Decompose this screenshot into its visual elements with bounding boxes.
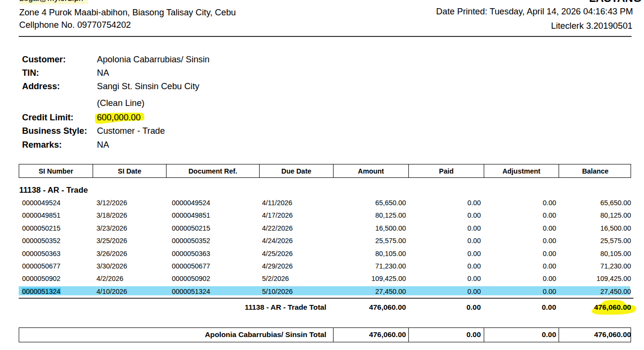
cell: 27,450.00 xyxy=(375,287,406,296)
cell: 3/26/2026 xyxy=(96,249,127,258)
grand-total-value: 0.00 xyxy=(466,330,481,339)
column-header-paid: Paid xyxy=(408,164,484,177)
table-row[interactable]: 00000513244/10/202600000513245/10/202627… xyxy=(0,287,644,296)
grand-total-value: 476,060.00 xyxy=(369,330,406,339)
cell: 71,230.00 xyxy=(600,261,631,271)
cell: 3/23/2026 xyxy=(96,223,127,233)
cell: 4/24/2026 xyxy=(262,236,293,245)
cell: 16,500.00 xyxy=(600,223,631,233)
cell: 0000050677 xyxy=(22,261,60,271)
table-row[interactable]: 00000498513/18/202600000498514/17/202680… xyxy=(0,210,644,220)
cell: 0.00 xyxy=(543,236,556,245)
info-value: NA xyxy=(97,140,109,150)
cell: 109,425.00 xyxy=(371,274,406,283)
cell: 0.00 xyxy=(467,274,481,283)
group-total-value: 476,060.00 xyxy=(594,303,631,312)
cell: 0.00 xyxy=(543,210,556,220)
cell: 27,450.00 xyxy=(600,287,631,296)
cell: 0.00 xyxy=(543,223,556,233)
info-label: Business Style: xyxy=(22,126,87,136)
info-value: 600,000.00 xyxy=(97,113,141,122)
column-header-due-date: Due Date xyxy=(259,164,333,177)
cell: 4/17/2026 xyxy=(262,210,293,220)
column-header-balance: Balance xyxy=(559,164,632,177)
grand-total-value: 0.00 xyxy=(542,330,556,339)
software-version: Liteclerk 3.20190501 xyxy=(551,21,632,31)
group-total-label: 11138 - AR - Trade Total xyxy=(245,303,326,312)
company-cellphone: Cellphone No. 09770754202 xyxy=(19,20,131,30)
cell: 0000049524 xyxy=(172,198,210,208)
cell: 71,230.00 xyxy=(375,261,406,271)
cell: 4/22/2026 xyxy=(262,223,293,233)
column-header-amount: Amount xyxy=(333,164,408,177)
cell: 0000049524 xyxy=(22,198,60,208)
table-row[interactable]: 00000506773/30/202600000506774/29/202671… xyxy=(0,261,644,271)
cell: 16,500.00 xyxy=(375,223,406,233)
cell: 0000050902 xyxy=(22,274,60,283)
info-value: Customer - Trade xyxy=(97,126,165,136)
cell: 4/10/2026 xyxy=(96,287,127,296)
cell: 0.00 xyxy=(467,223,481,233)
cell: 4/29/2026 xyxy=(262,261,293,271)
info-value: NA xyxy=(97,68,109,78)
table-header-row: SI NumberSI DateDocument Ref.Due DateAmo… xyxy=(19,164,631,178)
cell: 3/30/2026 xyxy=(96,261,127,271)
cell: 0.00 xyxy=(467,261,481,271)
table-row[interactable]: 00000495243/12/202600000495244/11/202665… xyxy=(0,198,644,208)
cell: 0.00 xyxy=(543,274,556,283)
cell: 80,105.00 xyxy=(375,249,406,258)
group-total-value: 476,060.00 xyxy=(369,303,406,312)
group-total-value: 0.00 xyxy=(466,303,481,312)
column-header-document-ref-: Document Ref. xyxy=(166,164,259,177)
cell: 0000049851 xyxy=(22,210,60,220)
printed-by-user: LASTANG xyxy=(589,0,642,4)
table-row[interactable]: 00000503523/25/202600000503524/24/202625… xyxy=(0,236,644,245)
info-label: TIN: xyxy=(22,68,39,78)
info-label: Address: xyxy=(22,82,60,91)
cell: 0000051324 xyxy=(172,287,210,296)
company-email: Legal@mylord.ph xyxy=(19,0,83,3)
cell: 80,125.00 xyxy=(375,210,406,220)
cell: 0000050352 xyxy=(172,236,210,245)
info-label: Customer: xyxy=(22,55,66,64)
group-total-value: 0.00 xyxy=(542,303,556,312)
cell: 5/10/2026 xyxy=(262,287,293,296)
cell: 80,125.00 xyxy=(600,210,631,220)
cell: 0.00 xyxy=(543,249,556,258)
info-value: (Clean Line) xyxy=(97,98,144,108)
info-value: Apolonia Cabarrubias/ Sinsin xyxy=(97,55,210,64)
cell: 3/12/2026 xyxy=(96,198,127,208)
cell: 3/18/2026 xyxy=(96,210,127,220)
cell: 0.00 xyxy=(543,198,556,208)
grand-total-row: Apolonia Cabarrubias/ Sinsin Total 476,0… xyxy=(0,330,644,339)
cell: 0.00 xyxy=(543,261,556,271)
cell: 25,575.00 xyxy=(375,236,406,245)
header-divider-line xyxy=(19,36,632,37)
cell: 65,650.00 xyxy=(375,198,406,208)
cell: 0000051324 xyxy=(22,287,60,296)
grand-total-label: Apolonia Cabarrubias/ Sinsin Total xyxy=(205,330,326,339)
table-row[interactable]: 00000502153/23/202600000502154/22/202616… xyxy=(0,223,644,233)
cell: 0000050215 xyxy=(22,223,60,233)
cell: 0000050677 xyxy=(172,261,210,271)
table-row[interactable]: 00000503633/26/202600000503634/25/202680… xyxy=(0,249,644,258)
group-total-divider xyxy=(19,298,633,299)
column-header-si-date: SI Date xyxy=(93,164,166,177)
cell: 0.00 xyxy=(467,287,481,296)
cell: 0000050352 xyxy=(22,236,60,245)
cell: 4/11/2026 xyxy=(262,198,292,208)
company-address: Zone 4 Purok Maabi-abihon, Biasong Talis… xyxy=(19,8,236,17)
cell: 65,650.00 xyxy=(600,198,631,208)
info-value: Sangi St. Sinsin Cebu City xyxy=(97,82,199,91)
group-total-row: 11138 - AR - Trade Total 476,060.000.000… xyxy=(0,303,644,312)
cell: 0000050363 xyxy=(172,249,210,258)
cell: 5/2/2026 xyxy=(262,274,289,283)
date-printed: Date Printed: Tuesday, April 14, 2026 04… xyxy=(436,7,633,16)
column-header-adjustment: Adjustment xyxy=(484,164,559,177)
table-row[interactable]: 00000509024/2/202600000509025/2/2026109,… xyxy=(0,274,644,283)
info-label: Remarks: xyxy=(22,140,62,150)
cell: 0.00 xyxy=(467,198,481,208)
cell: 0000050363 xyxy=(22,249,60,258)
cell: 0000050215 xyxy=(172,223,210,233)
cell: 0.00 xyxy=(467,236,481,245)
